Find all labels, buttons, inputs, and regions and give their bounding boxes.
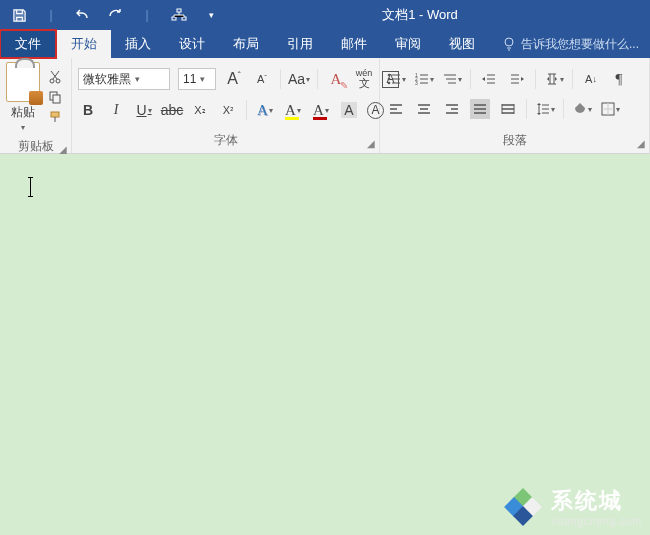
increase-font-icon[interactable]: Aˆ [224,69,244,89]
chevron-down-icon: ▾ [135,74,140,84]
highlight-icon[interactable]: A▾ [283,100,303,120]
separator [246,100,247,120]
align-distribute-icon[interactable] [498,99,518,119]
italic-icon[interactable]: I [106,100,126,120]
font-name-value: 微软雅黑 [83,71,131,88]
qat-separator: | [138,6,156,24]
clear-formatting-icon[interactable]: A✎ [326,69,346,89]
separator [280,69,281,89]
tab-review[interactable]: 审阅 [381,30,435,58]
svg-point-5 [56,79,60,83]
font-name-combo[interactable]: 微软雅黑▾ [78,68,170,90]
copy-icon[interactable] [46,90,64,104]
tab-home[interactable]: 开始 [57,30,111,58]
numbering-icon[interactable]: 123▾ [414,69,434,89]
font-size-combo[interactable]: 11▾ [178,68,216,90]
svg-rect-7 [53,95,60,103]
show-marks-icon[interactable]: ¶ [609,69,629,89]
svg-rect-2 [182,17,186,20]
chevron-down-icon: ▾ [21,123,25,132]
separator [470,69,471,89]
subscript-icon[interactable]: X [190,100,210,120]
char-shading-icon[interactable]: A [339,100,359,120]
line-spacing-icon[interactable]: ▾ [535,99,555,119]
text-direction-icon[interactable]: ▾ [544,69,564,89]
decrease-font-icon[interactable]: Aˇ [252,69,272,89]
tab-design[interactable]: 设计 [165,30,219,58]
align-left-icon[interactable] [386,99,406,119]
text-effects-icon[interactable]: A▾ [255,100,275,120]
qat-customize-icon[interactable]: ▾ [202,6,220,24]
decrease-indent-icon[interactable] [479,69,499,89]
watermark-title: 系统城 [551,486,642,516]
tab-references[interactable]: 引用 [273,30,327,58]
group-label-paragraph: 段落 ◢ [380,130,649,153]
enclose-char-icon[interactable]: A [367,102,384,119]
group-label-font: 字体 ◢ [72,130,379,153]
svg-text:3: 3 [415,80,418,85]
svg-point-4 [50,79,54,83]
group-paragraph: ▾ 123▾ ▾ ▾ A↓ ¶ ▾ ▾ [380,58,650,153]
paste-button[interactable]: 粘贴 ▾ [6,62,40,132]
svg-point-3 [505,38,513,46]
bold-icon[interactable]: B [78,100,98,120]
bullets-icon[interactable]: ▾ [386,69,406,89]
ribbon: 粘贴 ▾ 剪贴板 ◢ 微软雅黑▾ 11▾ Aˆ [0,58,650,154]
clipboard-icon [6,62,40,102]
watermark-url: xitongcheng.com [551,516,642,527]
lightbulb-icon [503,37,515,51]
window-title: 文档1 - Word [230,6,650,24]
phonetic-guide-icon[interactable]: wén文 [354,69,374,89]
increase-indent-icon[interactable] [507,69,527,89]
svg-rect-0 [177,9,181,12]
font-size-value: 11 [183,72,196,86]
tell-me-search[interactable]: 告诉我您想要做什么... [489,30,639,58]
separator [572,69,573,89]
align-justify-icon[interactable] [470,99,490,119]
watermark-logo-icon [503,487,543,527]
paste-label: 粘贴 [11,104,35,121]
separator [563,99,564,119]
chevron-down-icon: ▾ [200,74,205,84]
quick-access-toolbar: | | ▾ [0,6,230,24]
svg-point-9 [387,74,390,77]
tab-view[interactable]: 视图 [435,30,489,58]
shading-icon[interactable]: ▾ [572,99,592,119]
redo-icon[interactable] [106,6,124,24]
dialog-launcher-icon[interactable]: ◢ [367,138,375,149]
document-canvas[interactable] [0,154,650,535]
group-font: 微软雅黑▾ 11▾ Aˆ Aˇ Aa▾ A✎ wén文 A B I U▾ abc… [72,58,380,153]
superscript-icon[interactable]: X [218,100,238,120]
separator [535,69,536,89]
undo-icon[interactable] [74,6,92,24]
svg-point-10 [387,78,390,81]
align-right-icon[interactable] [442,99,462,119]
font-color-icon[interactable]: A▾ [311,100,331,120]
format-painter-icon[interactable] [46,110,64,124]
borders-icon[interactable]: ▾ [600,99,620,119]
text-cursor [30,178,31,196]
svg-rect-8 [51,112,59,117]
title-bar: | | ▾ 文档1 - Word [0,0,650,30]
tab-mailings[interactable]: 邮件 [327,30,381,58]
sort-icon[interactable]: A↓ [581,69,601,89]
underline-icon[interactable]: U▾ [134,100,154,120]
tell-me-placeholder: 告诉我您想要做什么... [521,36,639,53]
multilevel-list-icon[interactable]: ▾ [442,69,462,89]
change-case-icon[interactable]: Aa▾ [289,69,309,89]
tab-file[interactable]: 文件 [0,29,57,59]
align-center-icon[interactable] [414,99,434,119]
separator [526,99,527,119]
separator [317,69,318,89]
qat-separator: | [42,6,60,24]
svg-rect-1 [172,17,176,20]
group-clipboard: 粘贴 ▾ 剪贴板 ◢ [0,58,72,153]
tab-insert[interactable]: 插入 [111,30,165,58]
strikethrough-icon[interactable]: abc [162,100,182,120]
watermark: 系统城 xitongcheng.com [503,486,642,527]
save-icon[interactable] [10,6,28,24]
dialog-launcher-icon[interactable]: ◢ [637,138,645,149]
cut-icon[interactable] [46,70,64,84]
org-chart-icon[interactable] [170,6,188,24]
tab-layout[interactable]: 布局 [219,30,273,58]
